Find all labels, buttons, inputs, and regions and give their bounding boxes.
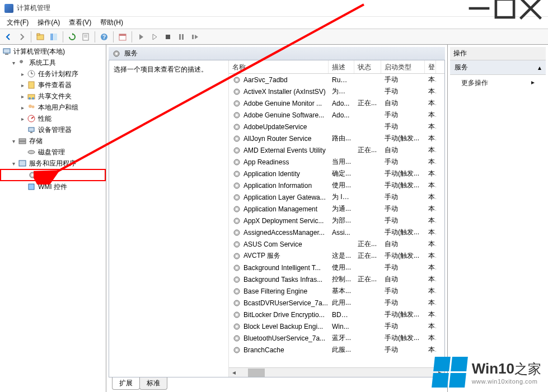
tree-root[interactable]: 计算机管理(本地) <box>0 46 106 57</box>
service-row[interactable]: Application Management为通...手动本 <box>229 203 444 215</box>
restart-button[interactable] <box>189 31 201 43</box>
play-button[interactable] <box>135 31 147 43</box>
up-button[interactable] <box>34 31 46 43</box>
service-row[interactable]: AppX Deployment Servic...为部...手动本 <box>229 215 444 226</box>
collapse-icon[interactable]: ▾ <box>10 59 17 66</box>
minimize-button[interactable] <box>466 0 492 17</box>
refresh-button[interactable] <box>66 31 78 43</box>
col-desc[interactable]: 描述 <box>329 60 354 73</box>
tree-event-viewer[interactable]: ▸ 事件查看器 <box>0 79 106 91</box>
toolbar: ? <box>0 29 548 45</box>
tree-services[interactable]: 服务 <box>0 169 106 181</box>
service-row[interactable]: BcastDVRUserService_7a...此用...手动本 <box>229 297 444 309</box>
expand-icon[interactable]: ▸ <box>19 115 26 122</box>
svg-point-52 <box>236 126 238 128</box>
gear-icon <box>232 322 241 331</box>
cell-desc: 使用... <box>329 181 354 190</box>
cell-desc: BDE... <box>329 311 354 319</box>
service-row[interactable]: Application Information使用...手动(触发...本 <box>229 180 444 191</box>
back-button[interactable] <box>2 31 15 43</box>
service-row[interactable]: Background Tasks Infras...控制...正在...自动本 <box>229 273 444 285</box>
collapse-icon[interactable]: ▾ <box>10 160 17 167</box>
service-row[interactable]: Base Filtering Engine基本...手动本 <box>229 285 444 297</box>
close-button[interactable] <box>518 0 544 17</box>
tree-task-scheduler[interactable]: ▸ 任务计划程序 <box>0 68 106 79</box>
pause-button[interactable] <box>175 31 188 43</box>
show-hide-tree-button[interactable] <box>48 31 60 43</box>
stop-button[interactable] <box>162 31 174 43</box>
expand-icon[interactable]: ▸ <box>19 104 26 111</box>
menu-view[interactable]: 查看(V) <box>64 17 96 29</box>
col-logon[interactable]: 登 <box>425 60 436 73</box>
help-button[interactable]: ? <box>98 31 110 43</box>
cell-start: 手动 <box>381 204 425 214</box>
cell-logon: 本 <box>425 333 436 343</box>
scroll-left-icon[interactable]: ◂ <box>229 368 238 377</box>
separator <box>31 31 31 42</box>
expand-icon[interactable]: ▸ <box>19 70 26 77</box>
calendar-button[interactable] <box>116 31 129 43</box>
tree-shared-folders[interactable]: ▸ 共享文件夹 <box>0 91 106 102</box>
tab-extended[interactable]: 扩展 <box>112 377 140 390</box>
service-row[interactable]: AdobeUpdateService手动本 <box>229 121 444 133</box>
service-row[interactable]: AarSvc_7adbdRunt...手动本 <box>229 74 444 86</box>
play2-button[interactable] <box>148 31 161 43</box>
service-row[interactable]: Background Intelligent T...使用...手动本 <box>229 262 444 273</box>
export-button[interactable] <box>79 31 92 43</box>
service-row[interactable]: BitLocker Drive Encryptio...BDE...手动(触发.… <box>229 309 444 320</box>
service-row[interactable]: Application Identity确定...手动(触发...本 <box>229 168 444 180</box>
maximize-button[interactable] <box>492 0 518 17</box>
service-row[interactable]: BluetoothUserService_7a...蓝牙...手动(触发...本 <box>229 332 444 344</box>
description-text: 选择一个项目来查看它的描述。 <box>114 65 224 74</box>
service-row[interactable]: Application Layer Gatewa...为 In...手动本 <box>229 191 444 203</box>
cell-start: 自动 <box>381 239 425 249</box>
cell-start: 手动 <box>381 345 425 355</box>
cell-logon: 本 <box>425 181 436 190</box>
tree-local-users[interactable]: ▸ 本地用户和组 <box>0 102 106 113</box>
collapse-icon[interactable]: ▾ <box>10 138 17 144</box>
list-rows[interactable]: AarSvc_7adbdRunt...手动本ActiveX Installer … <box>229 74 444 367</box>
gear-icon <box>232 181 241 190</box>
tree-device-manager[interactable]: 设备管理器 <box>0 124 106 135</box>
service-row[interactable]: AMD External Events Utility正在...自动本 <box>229 144 444 156</box>
service-row[interactable]: BranchCache此服...手动本 <box>229 344 444 356</box>
service-row[interactable]: ASUS Com Service正在...自动本 <box>229 238 444 250</box>
tree-pane[interactable]: 计算机管理(本地) ▾ 系统工具 ▸ 任务计划程序 ▸ 事件查看器 ▸ 共享文件… <box>0 45 106 392</box>
service-row[interactable]: App Readiness当用...手动本 <box>229 156 444 168</box>
horizontal-scrollbar[interactable]: ◂ ▸ <box>229 367 444 377</box>
service-row[interactable]: Adobe Genuine Monitor ...Ado...正在...自动本 <box>229 97 444 109</box>
col-state[interactable]: 状态 <box>354 60 381 73</box>
col-start[interactable]: 启动类型 <box>381 60 425 73</box>
col-name[interactable]: 名称 <box>229 60 329 73</box>
tree-system-tools[interactable]: ▾ 系统工具 <box>0 57 106 68</box>
svg-rect-6 <box>50 34 53 40</box>
tree-performance[interactable]: ▸ 性能 <box>0 113 106 124</box>
service-row[interactable]: AVCTP 服务这是...正在...手动(触发...本 <box>229 250 444 262</box>
tree-services-apps[interactable]: ▾ 服务和应用程序 <box>0 158 106 169</box>
cell-name: AVCTP 服务 <box>229 251 329 261</box>
tree-wmi[interactable]: WMI 控件 <box>0 181 106 192</box>
cell-desc: 使用... <box>329 263 354 272</box>
expand-icon[interactable]: ▸ <box>19 93 26 100</box>
service-row[interactable]: Block Level Backup Engi...Win...手动本 <box>229 320 444 332</box>
tree-disk-mgmt[interactable]: 磁盘管理 <box>0 147 106 158</box>
menu-file[interactable]: 文件(F) <box>2 17 33 29</box>
action-more[interactable]: 更多操作 ▸ <box>450 75 546 91</box>
cell-logon: 本 <box>425 110 436 120</box>
wmi-icon <box>27 182 36 191</box>
scroll-thumb[interactable] <box>248 369 265 377</box>
forward-button[interactable] <box>16 31 28 43</box>
menu-help[interactable]: 帮助(H) <box>96 17 128 29</box>
tree-label: 性能 <box>38 114 51 124</box>
tree-storage[interactable]: ▾ 存储 <box>0 135 106 147</box>
service-row[interactable]: Adobe Genuine Software...Ado...手动本 <box>229 109 444 121</box>
svg-point-82 <box>236 302 238 304</box>
service-row[interactable]: ActiveX Installer (AxInstSV)为从 ...手动本 <box>229 86 444 97</box>
menu-action[interactable]: 操作(A) <box>33 17 64 29</box>
action-sub[interactable]: 服务 ▴ <box>450 60 546 75</box>
gear-icon <box>232 205 241 214</box>
service-row[interactable]: AssignedAccessManager...Assi...手动(触发...本 <box>229 226 444 238</box>
service-row[interactable]: AllJoyn Router Service路由...手动(触发...本 <box>229 133 444 144</box>
expand-icon[interactable]: ▸ <box>19 82 26 88</box>
tab-standard[interactable]: 标准 <box>139 377 167 390</box>
